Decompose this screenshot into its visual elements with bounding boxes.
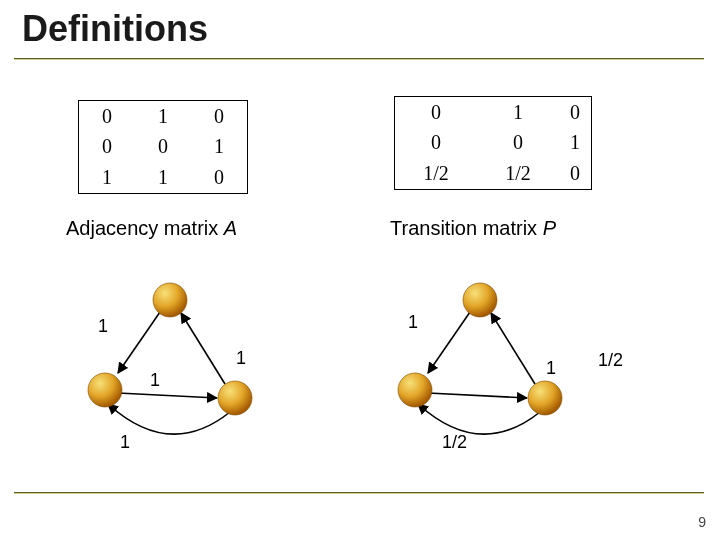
edge-label-P-3: 1/2	[598, 350, 623, 371]
node-A-top	[153, 283, 187, 317]
edge-A-right-to-left	[108, 404, 230, 434]
transition-graph	[398, 283, 562, 434]
node-P-left	[398, 373, 432, 407]
graphs-svg	[0, 0, 720, 540]
edge-label-A-1: 1	[98, 316, 108, 337]
edge-A-left-to-right	[118, 393, 217, 398]
node-A-right	[218, 381, 252, 415]
edge-P-right-to-top	[491, 313, 535, 384]
node-P-top	[463, 283, 497, 317]
page-number: 9	[698, 514, 706, 530]
node-P-right	[528, 381, 562, 415]
node-A-left	[88, 373, 122, 407]
edge-label-P-2: 1	[546, 358, 556, 379]
edge-label-P-1: 1	[408, 312, 418, 333]
edge-A-right-to-top-1	[181, 313, 225, 384]
edge-label-A-2: 1	[236, 348, 246, 369]
edge-label-A-3: 1	[150, 370, 160, 391]
slide: Definitions 0 1 0 0 0 1 1 1 0 0	[0, 0, 720, 540]
adjacency-graph	[88, 283, 252, 434]
edge-label-P-4: 1/2	[442, 432, 467, 453]
edge-P-right-to-left	[418, 404, 540, 434]
edge-A-top-to-left	[118, 312, 160, 373]
edge-P-left-to-right	[428, 393, 527, 398]
edge-P-top-to-left	[428, 312, 470, 373]
edge-label-A-4: 1	[120, 432, 130, 453]
footer-underline	[14, 492, 704, 494]
